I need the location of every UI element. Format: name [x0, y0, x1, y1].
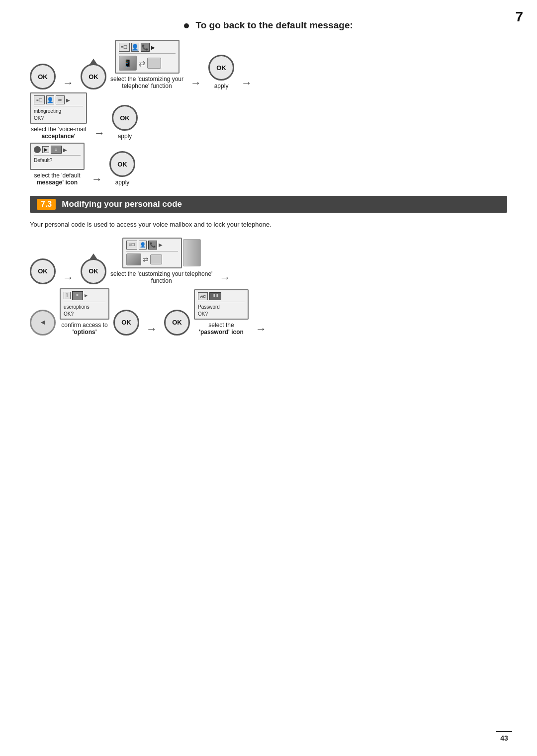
- arrow-1: →: [63, 77, 74, 89]
- useroptions-label: useroptions: [64, 304, 105, 310]
- step2-ok: OK apply: [112, 105, 138, 140]
- list-icon: ≡☐: [119, 43, 130, 52]
- default-screen: ▶ ≡ ▶ Default?: [30, 143, 85, 170]
- ok-button-73-nav[interactable]: OK: [81, 258, 106, 284]
- apply-caption-1: apply: [214, 83, 229, 89]
- section-default: To go back to the default message: OK → …: [30, 20, 507, 186]
- 73-card-img: [150, 254, 162, 264]
- 73-useroptions-block: 1 ≡ ▶ useroptions OK? confirm access to …: [60, 288, 109, 336]
- step3-arrow-icon: ▶: [63, 147, 67, 153]
- ok-button-73-left[interactable]: ◀: [30, 310, 56, 336]
- ok-button-1[interactable]: OK: [30, 64, 56, 89]
- phone-icon-display: 📱: [119, 56, 137, 71]
- mbxgreeting-label: mbxgreeting: [34, 108, 83, 114]
- arrow-5: →: [91, 173, 102, 186]
- 73-highlight-block: [183, 239, 201, 266]
- password-screen: Aα ⠿⠿ Password OK?: [194, 289, 249, 320]
- ok-button-73-2[interactable]: OK: [113, 310, 139, 336]
- password-alpha-icon: Aα: [198, 292, 208, 300]
- 73-menu-screen: ≡☐ 👤 📞 ▶ ⇄ select the 'customizing your …: [110, 238, 212, 284]
- password-dots-icon: ⠿⠿: [209, 292, 221, 300]
- step3-icons: ▶ ≡ ▶: [34, 146, 81, 156]
- mbxgreeting-ok: OK?: [34, 115, 83, 121]
- step2-scroll-icon: ▶: [66, 97, 70, 103]
- arrow-3: →: [241, 77, 252, 89]
- ok-button-3[interactable]: OK: [112, 105, 138, 131]
- step1-nav-ok: OK: [81, 59, 106, 89]
- useroptions-num-icon: 1: [64, 292, 71, 299]
- step1-row: OK → OK ≡☐ 👤 📞 ▶: [30, 40, 507, 89]
- swap-icon: ⇄: [139, 59, 145, 68]
- 73-arrow1: →: [63, 271, 74, 284]
- ok-button-2[interactable]: OK: [208, 55, 234, 81]
- password-label: Password: [198, 304, 245, 310]
- step2-phone-icon: ✏: [56, 95, 65, 104]
- section-73-num: 7.3: [37, 199, 56, 210]
- 73-arrow2: →: [219, 271, 230, 284]
- phone-icon-active: 📞: [141, 43, 150, 52]
- step2-list-icon: ≡☐: [34, 95, 45, 104]
- 73-screen-with-highlight: ≡☐ 👤 📞 ▶ ⇄: [122, 238, 201, 268]
- step3-row: ▶ ≡ ▶ Default? select the 'default messa…: [30, 143, 507, 186]
- 73-phone-display-img: [126, 253, 141, 265]
- 73-ok-confirm: OK: [113, 310, 139, 336]
- apply-caption-2: apply: [118, 133, 132, 140]
- 73-ok1: OK: [30, 258, 56, 284]
- step2-caption: select the 'voice-mail acceptance': [31, 126, 86, 140]
- spacer: [34, 163, 81, 167]
- person-icon: 👤: [131, 43, 139, 52]
- card-icon: [147, 58, 161, 69]
- step2-person-icon: 👤: [46, 95, 54, 104]
- ok-button-nav[interactable]: OK: [81, 64, 106, 89]
- section-73-heading: Modifying your personal code: [62, 199, 182, 209]
- step3-screen: ▶ ≡ ▶ Default? select the 'default messa…: [30, 143, 85, 186]
- useroptions-screen: 1 ≡ ▶ useroptions OK?: [60, 288, 109, 320]
- section-title: To go back to the default message:: [30, 20, 507, 31]
- step1-ok2: OK apply: [208, 55, 234, 89]
- 73-step2-row: ◀ 1 ≡ ▶ useroptions OK? confirm access t…: [30, 288, 507, 336]
- useroptions-list-icon: ≡: [72, 291, 83, 300]
- section-73-description: Your personal code is used to access you…: [30, 220, 507, 230]
- page-number-top: 7: [515, 9, 523, 25]
- 73-swap-icon: ⇄: [143, 255, 149, 263]
- useroptions-icons: 1 ≡ ▶: [64, 291, 105, 302]
- section-73-divider: 7.3 Modifying your personal code: [30, 196, 507, 213]
- 73-phone-icon: 📞: [148, 241, 157, 250]
- arrow-2: →: [190, 77, 201, 89]
- step3-ok: OK apply: [109, 151, 135, 186]
- useroptions-caption: confirm access to 'options': [61, 322, 107, 336]
- ok-button-73-1[interactable]: OK: [30, 258, 56, 284]
- step2-screen: ≡☐ 👤 ✏ ▶ mbxgreeting OK? select the 'voi…: [30, 92, 87, 140]
- useroptions-ok: OK?: [64, 311, 105, 317]
- password-caption: select the 'password' icon: [199, 322, 244, 336]
- password-icons: Aα ⠿⠿: [198, 292, 245, 302]
- menu-icons-row: ≡☐ 👤 📞 ▶: [119, 43, 176, 54]
- scroll-right-icon: ▶: [151, 45, 155, 50]
- ok-button-4[interactable]: OK: [109, 151, 135, 177]
- ok-button-73-3[interactable]: OK: [164, 310, 190, 336]
- mbxgreeting-screen: ≡☐ 👤 ✏ ▶ mbxgreeting OK?: [30, 92, 87, 124]
- apply-caption-3: apply: [115, 179, 130, 186]
- 73-left-ok: ◀: [30, 310, 56, 336]
- step1-caption: select the 'customizing your telephone' …: [110, 76, 183, 89]
- step2-row: ≡☐ 👤 ✏ ▶ mbxgreeting OK? select the 'voi…: [30, 92, 507, 140]
- 73-step1-caption: select the 'customizing your telephone' …: [110, 270, 212, 284]
- step3-caption: select the 'default message' icon: [34, 172, 80, 186]
- step1-menu-screen: ≡☐ 👤 📞 ▶ 📱 ⇄ select the 'customizing you…: [110, 40, 183, 89]
- 73-ok-select: OK: [164, 310, 190, 336]
- step1-ok1: OK: [30, 64, 56, 89]
- password-ok: OK?: [198, 311, 245, 317]
- menu-screen-1: ≡☐ 👤 📞 ▶ 📱 ⇄: [115, 40, 179, 74]
- step3-play-icon: ▶: [42, 146, 49, 153]
- 73-list-icon: ≡☐: [126, 241, 137, 250]
- left-arrow-icon: ◀: [41, 319, 45, 326]
- 73-scroll-icon: ▶: [159, 242, 163, 248]
- 73-menu-icons: ≡☐ 👤 📞 ▶: [126, 241, 178, 252]
- step2-menu-icons: ≡☐ 👤 ✏ ▶: [34, 95, 83, 106]
- default-label: Default?: [34, 158, 81, 163]
- 73-password-block: Aα ⠿⠿ Password OK? select the 'password'…: [194, 289, 249, 336]
- arrow-4: →: [94, 127, 105, 140]
- step3-lines-icon: ≡: [51, 146, 62, 154]
- phone-display: 📱 ⇄: [119, 56, 176, 71]
- 73-step1-row: OK → OK ≡☐ 👤 📞 ▶ ⇄: [30, 238, 507, 284]
